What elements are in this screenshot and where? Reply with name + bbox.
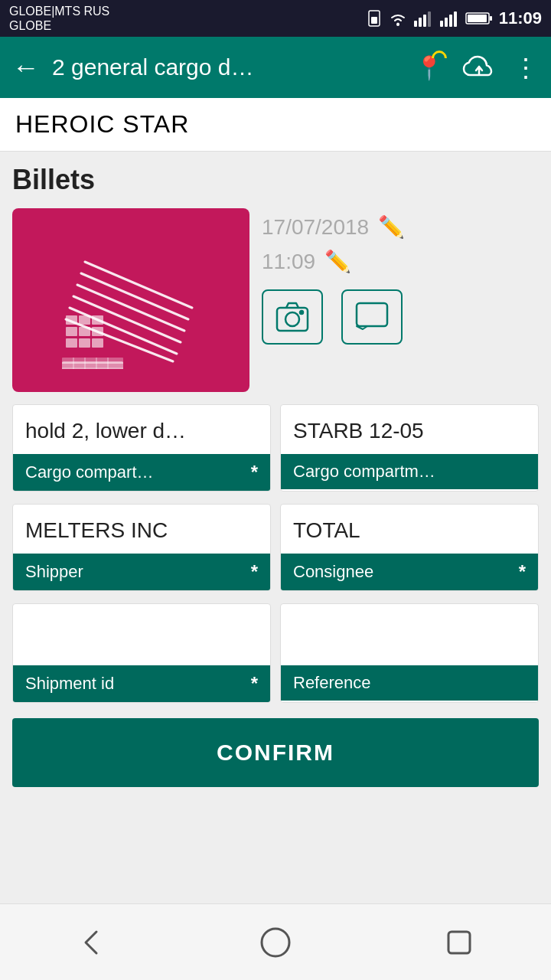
svg-line-23: [85, 262, 192, 308]
shipper-consignee-row: MELTERS INC Shipper * TOTAL Consignee *: [12, 504, 539, 591]
svg-rect-13: [468, 15, 487, 22]
cargo-location-right-field[interactable]: STARB 12-05 Cargo compartm…: [280, 404, 539, 492]
shipment-id-label-bar: Shipment id *: [13, 665, 270, 702]
reference-value: [281, 604, 538, 665]
cargo-location-right-label-bar: Cargo compartm…: [281, 454, 538, 489]
date-value: 17/07/2018: [262, 215, 369, 240]
svg-point-42: [262, 929, 289, 956]
image-date-row: 17/07/2018 ✏️ 11:09 ✏️: [12, 208, 539, 392]
shipper-label: Shipper: [25, 562, 83, 582]
svg-rect-5: [423, 15, 426, 27]
location-fields-row: hold 2, lower d… Cargo compart… * STARB …: [12, 404, 539, 492]
cargo-location-left-field[interactable]: hold 2, lower d… Cargo compart… *: [12, 404, 271, 492]
main-content: Billets: [0, 152, 551, 799]
reference-label: Reference: [293, 673, 371, 693]
svg-rect-7: [440, 21, 443, 27]
svg-rect-31: [92, 315, 103, 325]
reference-field[interactable]: Reference: [280, 603, 539, 703]
consignee-field[interactable]: TOTAL Consignee *: [280, 504, 539, 591]
nav-back-button[interactable]: [69, 920, 115, 965]
nav-back-icon: [75, 926, 109, 959]
cargo-location-left-label: Cargo compart…: [25, 462, 154, 482]
content-area: HEROIC STAR Billets: [0, 98, 551, 903]
time-value: 11:09: [262, 250, 315, 274]
billets-illustration: [39, 231, 223, 369]
shipment-id-value: [13, 604, 270, 665]
signal2-icon: [439, 10, 461, 27]
status-time: 11:09: [499, 8, 542, 28]
svg-rect-32: [66, 327, 77, 336]
shipper-field[interactable]: MELTERS INC Shipper *: [12, 504, 271, 591]
svg-rect-10: [454, 11, 457, 27]
sim-icon: [366, 10, 383, 27]
cargo-image: [12, 208, 249, 392]
network-name: GLOBE: [9, 18, 109, 33]
svg-point-39: [285, 312, 299, 326]
cargo-location-right-label: Cargo compartm…: [293, 462, 435, 482]
svg-rect-8: [445, 18, 448, 27]
location-wifi-icon[interactable]: 📍: [412, 51, 445, 84]
svg-rect-4: [419, 18, 422, 27]
status-icons: [366, 10, 493, 27]
cargo-location-left-label-bar: Cargo compart… *: [13, 454, 270, 491]
nav-home-button[interactable]: [253, 920, 298, 965]
app-title: 2 general cargo d…: [52, 54, 399, 80]
svg-rect-12: [490, 16, 492, 21]
wifi-icon: [387, 10, 409, 27]
camera-icon: [274, 299, 311, 335]
comment-icon: [354, 299, 390, 335]
consignee-required: *: [519, 561, 526, 583]
nav-recent-icon: [442, 926, 476, 959]
status-right-area: 11:09: [366, 8, 542, 28]
svg-rect-33: [79, 327, 90, 336]
nav-recent-button[interactable]: [436, 920, 482, 965]
camera-button[interactable]: [262, 289, 323, 345]
section-title: Billets: [12, 164, 539, 196]
ship-name: HEROIC STAR: [0, 98, 551, 152]
cargo-location-left-value: hold 2, lower d…: [13, 405, 270, 454]
action-icons: [262, 289, 539, 345]
status-bar: GLOBE|MTS RUS GLOBE: [0, 0, 551, 37]
cloud-upload-button[interactable]: [461, 51, 497, 84]
more-menu-button[interactable]: ⋮: [513, 52, 539, 83]
svg-point-2: [396, 23, 399, 26]
svg-rect-36: [79, 338, 90, 348]
svg-rect-35: [66, 338, 77, 348]
time-row: 11:09 ✏️: [262, 249, 539, 274]
shipment-id-label: Shipment id: [25, 674, 114, 694]
signal1-icon: [413, 10, 435, 27]
cloud-upload-icon: [461, 51, 497, 81]
cargo-location-right-value: STARB 12-05: [281, 405, 538, 454]
svg-rect-43: [448, 932, 470, 953]
date-actions-area: 17/07/2018 ✏️ 11:09 ✏️: [262, 208, 539, 345]
time-edit-button[interactable]: ✏️: [324, 249, 351, 274]
shipment-reference-row: Shipment id * Reference: [12, 603, 539, 703]
reference-label-bar: Reference: [281, 665, 538, 701]
carrier-info: GLOBE|MTS RUS GLOBE: [9, 4, 109, 33]
svg-point-40: [300, 311, 303, 314]
date-edit-button[interactable]: ✏️: [378, 214, 405, 240]
svg-rect-6: [428, 11, 431, 27]
app-bar-icons: 📍 ⋮: [412, 51, 539, 84]
svg-line-24: [81, 273, 188, 319]
date-row: 17/07/2018 ✏️: [262, 214, 539, 240]
svg-rect-3: [414, 21, 417, 27]
consignee-label-bar: Consignee *: [281, 554, 538, 590]
shipper-required: *: [251, 561, 258, 583]
svg-rect-34: [92, 327, 103, 336]
consignee-label: Consignee: [293, 562, 373, 582]
back-button[interactable]: ←: [12, 54, 40, 81]
consignee-value: TOTAL: [281, 505, 538, 554]
shipment-id-field[interactable]: Shipment id *: [12, 603, 271, 703]
svg-rect-37: [92, 338, 103, 348]
app-bar: ← 2 general cargo d… 📍 ⋮: [0, 37, 551, 98]
comment-button[interactable]: [341, 289, 403, 345]
svg-rect-9: [449, 15, 452, 27]
svg-rect-41: [357, 303, 387, 326]
battery-icon: [465, 11, 493, 26]
svg-rect-29: [66, 315, 77, 325]
svg-rect-1: [371, 17, 377, 24]
shipper-value: MELTERS INC: [13, 505, 270, 554]
shipment-id-required: *: [251, 673, 258, 694]
confirm-button[interactable]: CONFIRM: [12, 718, 539, 787]
